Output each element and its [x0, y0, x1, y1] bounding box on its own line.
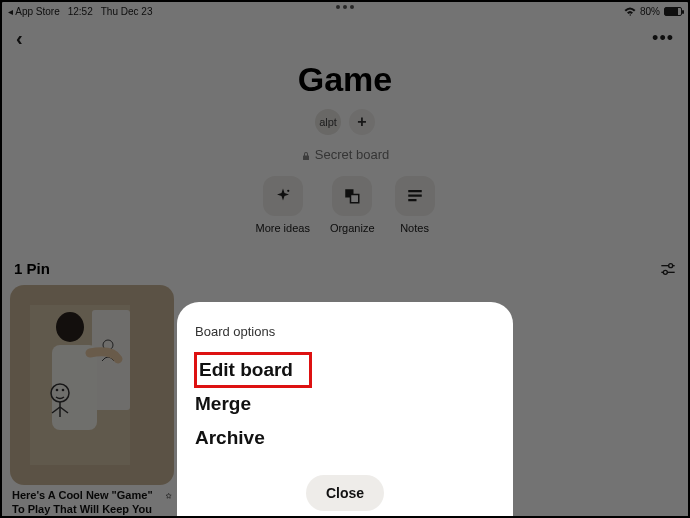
sheet-title: Board options [195, 324, 495, 339]
edit-board-option[interactable]: Edit board [195, 353, 311, 387]
close-button[interactable]: Close [306, 475, 384, 511]
archive-option[interactable]: Archive [195, 421, 495, 455]
board-options-sheet: Board options Edit board Merge Archive C… [177, 302, 513, 516]
merge-option[interactable]: Merge [195, 387, 495, 421]
